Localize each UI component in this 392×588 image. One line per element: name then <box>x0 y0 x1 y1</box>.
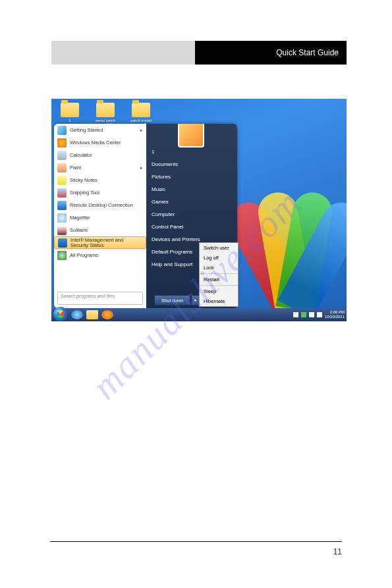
program-icon <box>57 213 67 223</box>
program-icon <box>57 126 67 135</box>
desktop-icon[interactable]: serial patch install 7 <box>92 103 119 126</box>
program-label: Intel® Management and Security Status <box>70 238 142 248</box>
program-label: Solitaire <box>70 228 88 233</box>
search-input[interactable]: Search programs and files <box>57 292 143 305</box>
network-icon[interactable] <box>309 312 314 317</box>
program-icon <box>57 251 67 260</box>
program-label: Snipping Tool <box>70 190 99 196</box>
screenshot-desktop: 1 serial patch install 7 patch install m… <box>51 99 347 321</box>
folder-icon <box>132 103 150 117</box>
program-label: Sticky Notes <box>70 178 98 183</box>
page-divider <box>50 541 342 542</box>
power-option[interactable]: Hibernate <box>200 296 238 306</box>
places-item[interactable]: 1 <box>152 149 232 158</box>
places-item[interactable]: Pictures <box>152 174 232 183</box>
desktop-icons: 1 serial patch install 7 patch install m… <box>57 103 154 126</box>
program-item[interactable]: Intel® Management and Security Status <box>54 236 146 249</box>
user-avatar[interactable] <box>178 124 204 147</box>
header-right: Quick Start Guide <box>195 41 347 65</box>
clock-date: 10/20/2011 <box>325 315 345 319</box>
places-item[interactable]: Music <box>152 186 232 196</box>
program-label: Remote Desktop Connection <box>70 203 133 208</box>
power-option[interactable]: Sleep <box>200 286 238 296</box>
program-icon <box>57 176 67 185</box>
power-option[interactable]: Restart <box>200 275 238 284</box>
desktop-icon[interactable]: 1 <box>57 103 83 126</box>
places-item[interactable]: Computer <box>152 211 232 221</box>
program-icon <box>57 163 67 173</box>
icon-label: 1 <box>69 119 70 122</box>
chevron-right-icon: ▸ <box>140 165 143 171</box>
chevron-right-icon: ▸ <box>140 128 143 133</box>
power-option[interactable]: Switch user <box>200 243 238 253</box>
page-number: 11 <box>333 547 342 556</box>
shutdown-button[interactable]: Shut down <box>154 295 190 306</box>
program-label: Windows Media Center <box>70 140 121 146</box>
program-item[interactable]: Magnifier <box>54 211 146 224</box>
program-icon <box>57 151 67 160</box>
program-icon <box>58 238 67 248</box>
start-button[interactable] <box>53 307 68 321</box>
search-placeholder: Search programs and files <box>61 294 115 298</box>
program-item[interactable]: Sticky Notes <box>54 174 146 186</box>
program-item[interactable]: Remote Desktop Connection <box>54 199 146 211</box>
power-option[interactable]: Log off <box>200 253 238 263</box>
clock-time: 2:06 PM <box>325 310 345 315</box>
ie-icon[interactable] <box>71 310 83 319</box>
power-submenu: Switch userLog offLockRestartSleepHibern… <box>199 242 238 307</box>
program-item[interactable]: Solitaire <box>54 224 146 236</box>
program-icon <box>57 138 67 147</box>
program-label: Paint <box>70 165 81 171</box>
power-option[interactable]: Lock <box>200 263 238 273</box>
folder-icon <box>61 103 79 117</box>
places-item[interactable]: Documents <box>152 161 232 171</box>
taskbar: 2:06 PM 10/20/2011 <box>51 308 347 321</box>
system-tray: 2:06 PM 10/20/2011 <box>293 310 345 319</box>
explorer-icon[interactable] <box>86 310 98 319</box>
program-item[interactable]: Paint▸ <box>54 161 146 174</box>
program-item[interactable]: Calculator <box>54 149 146 161</box>
desktop-icon[interactable]: patch install mon2 <box>128 103 154 126</box>
media-player-icon[interactable] <box>101 310 113 319</box>
program-item[interactable]: Windows Media Center <box>54 136 146 149</box>
program-icon <box>57 201 67 210</box>
power-icon[interactable] <box>301 312 306 317</box>
program-icon <box>57 226 67 235</box>
program-label: Calculator <box>70 153 92 158</box>
clock[interactable]: 2:06 PM 10/20/2011 <box>325 310 345 319</box>
page-header: Quick Start Guide <box>51 41 347 65</box>
places-item[interactable]: Control Panel <box>152 224 232 233</box>
wallpaper-logo <box>236 151 347 309</box>
places-item[interactable]: Games <box>152 199 232 208</box>
header-title: Quick Start Guide <box>276 48 339 57</box>
program-item[interactable]: Snipping Tool <box>54 186 146 199</box>
program-item[interactable]: Getting Started▸ <box>54 124 146 136</box>
program-label: All Programs <box>70 253 98 258</box>
header-left <box>51 41 195 65</box>
program-icon <box>57 188 67 198</box>
program-label: Getting Started <box>70 128 103 133</box>
folder-icon <box>96 103 115 117</box>
action-center-icon[interactable] <box>293 312 298 317</box>
menu-separator <box>200 273 238 274</box>
sound-icon[interactable] <box>317 312 322 317</box>
menu-separator <box>200 285 238 286</box>
start-menu-programs: Getting Started▸Windows Media CenterCalc… <box>54 124 146 308</box>
all-programs-item[interactable]: All Programs <box>54 249 146 261</box>
program-label: Magnifier <box>70 215 90 221</box>
